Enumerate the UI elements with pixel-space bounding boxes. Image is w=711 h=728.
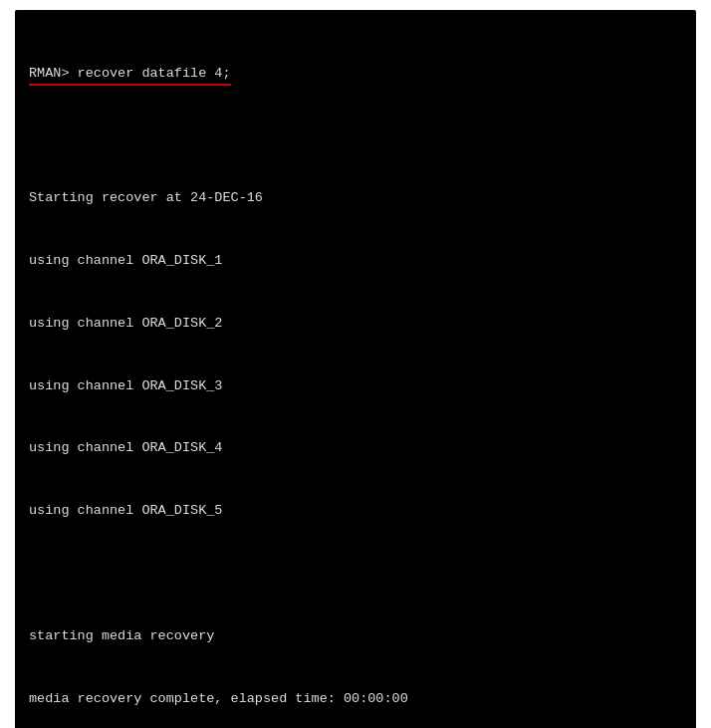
terminal-line: media recovery complete, elapsed time: 0… (29, 689, 682, 710)
terminal-line (29, 564, 682, 585)
terminal-line: starting media recovery (29, 626, 682, 647)
terminal-line: using channel ORA_DISK_1 (29, 251, 682, 272)
terminal-line: using channel ORA_DISK_2 (29, 314, 682, 335)
terminal-line: using channel ORA_DISK_4 (29, 438, 682, 459)
terminal-line (29, 126, 682, 147)
terminal-line: using channel ORA_DISK_5 (29, 501, 682, 522)
page-container: RMAN> recover datafile 4; Starting recov… (0, 0, 711, 728)
terminal-recover: RMAN> recover datafile 4; Starting recov… (15, 10, 696, 728)
terminal-line: using channel ORA_DISK_3 (29, 376, 682, 397)
terminal-line: Starting recover at 24-DEC-16 (29, 188, 682, 209)
terminal-line: RMAN> recover datafile 4; (29, 64, 682, 85)
cmd-underline: RMAN> recover datafile 4; (29, 64, 231, 85)
